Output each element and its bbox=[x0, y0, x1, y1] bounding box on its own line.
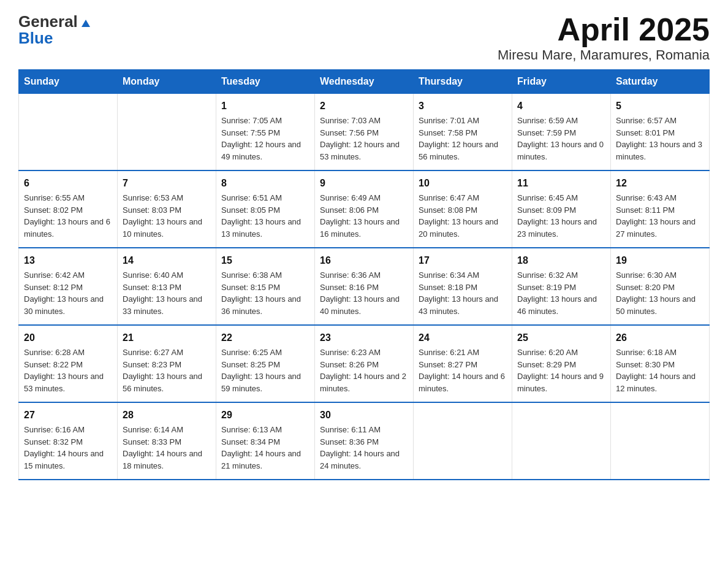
calendar-cell bbox=[414, 402, 512, 480]
calendar-cell: 11Sunrise: 6:45 AMSunset: 8:09 PMDayligh… bbox=[512, 170, 611, 248]
calendar-cell: 14Sunrise: 6:40 AMSunset: 8:13 PMDayligh… bbox=[118, 248, 216, 325]
svg-marker-0 bbox=[82, 20, 90, 27]
day-info: Sunrise: 6:34 AMSunset: 8:18 PMDaylight:… bbox=[419, 269, 507, 317]
weekday-header-wednesday: Wednesday bbox=[315, 70, 414, 94]
weekday-header-friday: Friday bbox=[512, 70, 611, 94]
calendar-cell: 19Sunrise: 6:30 AMSunset: 8:20 PMDayligh… bbox=[611, 248, 710, 325]
day-info: Sunrise: 7:03 AMSunset: 7:56 PMDaylight:… bbox=[320, 115, 408, 163]
day-info: Sunrise: 6:18 AMSunset: 8:30 PMDaylight:… bbox=[616, 347, 704, 394]
logo-triangle-icon bbox=[79, 16, 93, 29]
day-info: Sunrise: 6:47 AMSunset: 8:08 PMDaylight:… bbox=[419, 192, 507, 240]
calendar-cell bbox=[118, 94, 216, 171]
day-number: 27 bbox=[24, 408, 112, 423]
week-row-4: 27Sunrise: 6:16 AMSunset: 8:32 PMDayligh… bbox=[19, 402, 710, 480]
calendar-cell: 4Sunrise: 6:59 AMSunset: 7:59 PMDaylight… bbox=[512, 94, 611, 171]
calendar-cell: 13Sunrise: 6:42 AMSunset: 8:12 PMDayligh… bbox=[19, 248, 118, 325]
day-number: 8 bbox=[221, 176, 309, 191]
calendar-cell: 10Sunrise: 6:47 AMSunset: 8:08 PMDayligh… bbox=[414, 170, 512, 248]
day-info: Sunrise: 6:57 AMSunset: 8:01 PMDaylight:… bbox=[616, 115, 704, 163]
calendar-cell: 1Sunrise: 7:05 AMSunset: 7:55 PMDaylight… bbox=[216, 94, 315, 171]
day-number: 23 bbox=[320, 331, 408, 345]
weekday-header-row: SundayMondayTuesdayWednesdayThursdayFrid… bbox=[19, 70, 710, 94]
day-info: Sunrise: 6:36 AMSunset: 8:16 PMDaylight:… bbox=[320, 269, 408, 317]
day-info: Sunrise: 7:05 AMSunset: 7:55 PMDaylight:… bbox=[221, 115, 309, 163]
day-number: 17 bbox=[419, 253, 507, 268]
calendar-cell: 26Sunrise: 6:18 AMSunset: 8:30 PMDayligh… bbox=[611, 325, 710, 402]
calendar-cell: 9Sunrise: 6:49 AMSunset: 8:06 PMDaylight… bbox=[315, 170, 414, 248]
calendar-cell: 28Sunrise: 6:14 AMSunset: 8:33 PMDayligh… bbox=[118, 402, 216, 480]
logo-blue-text: Blue bbox=[18, 29, 53, 48]
day-number: 19 bbox=[616, 253, 704, 268]
day-info: Sunrise: 6:30 AMSunset: 8:20 PMDaylight:… bbox=[616, 269, 704, 317]
day-number: 4 bbox=[517, 99, 605, 113]
calendar-cell: 3Sunrise: 7:01 AMSunset: 7:58 PMDaylight… bbox=[414, 94, 512, 171]
day-number: 26 bbox=[616, 331, 704, 345]
week-row-0: 1Sunrise: 7:05 AMSunset: 7:55 PMDaylight… bbox=[19, 94, 710, 171]
page-subtitle: Miresu Mare, Maramures, Romania bbox=[498, 47, 710, 63]
week-row-2: 13Sunrise: 6:42 AMSunset: 8:12 PMDayligh… bbox=[19, 248, 710, 325]
calendar-cell: 27Sunrise: 6:16 AMSunset: 8:32 PMDayligh… bbox=[19, 402, 118, 480]
weekday-header-saturday: Saturday bbox=[611, 70, 710, 94]
calendar-cell: 29Sunrise: 6:13 AMSunset: 8:34 PMDayligh… bbox=[216, 402, 315, 480]
day-number: 10 bbox=[419, 176, 507, 191]
calendar-table: SundayMondayTuesdayWednesdayThursdayFrid… bbox=[18, 69, 710, 480]
day-info: Sunrise: 6:25 AMSunset: 8:25 PMDaylight:… bbox=[221, 347, 309, 394]
day-number: 20 bbox=[24, 331, 112, 345]
day-number: 12 bbox=[616, 176, 704, 191]
calendar-cell: 23Sunrise: 6:23 AMSunset: 8:26 PMDayligh… bbox=[315, 325, 414, 402]
calendar-cell: 25Sunrise: 6:20 AMSunset: 8:29 PMDayligh… bbox=[512, 325, 611, 402]
day-info: Sunrise: 6:13 AMSunset: 8:34 PMDaylight:… bbox=[221, 424, 309, 472]
day-info: Sunrise: 6:53 AMSunset: 8:03 PMDaylight:… bbox=[123, 192, 211, 240]
day-number: 29 bbox=[221, 408, 309, 423]
calendar-cell: 5Sunrise: 6:57 AMSunset: 8:01 PMDaylight… bbox=[611, 94, 710, 171]
calendar-cell: 7Sunrise: 6:53 AMSunset: 8:03 PMDaylight… bbox=[118, 170, 216, 248]
calendar-cell: 30Sunrise: 6:11 AMSunset: 8:36 PMDayligh… bbox=[315, 402, 414, 480]
day-number: 7 bbox=[123, 176, 211, 191]
day-number: 13 bbox=[24, 253, 112, 268]
logo: General Blue bbox=[18, 12, 93, 48]
weekday-header-thursday: Thursday bbox=[414, 70, 512, 94]
page-header: General Blue April 2025 Miresu Mare, Mar… bbox=[18, 12, 710, 63]
week-row-3: 20Sunrise: 6:28 AMSunset: 8:22 PMDayligh… bbox=[19, 325, 710, 402]
day-number: 14 bbox=[123, 253, 211, 268]
day-number: 28 bbox=[123, 408, 211, 423]
day-info: Sunrise: 6:40 AMSunset: 8:13 PMDaylight:… bbox=[123, 269, 211, 317]
day-info: Sunrise: 6:23 AMSunset: 8:26 PMDaylight:… bbox=[320, 347, 408, 394]
title-block: April 2025 Miresu Mare, Maramures, Roman… bbox=[498, 12, 710, 63]
day-number: 18 bbox=[517, 253, 605, 268]
day-info: Sunrise: 6:28 AMSunset: 8:22 PMDaylight:… bbox=[24, 347, 112, 394]
day-number: 15 bbox=[221, 253, 309, 268]
calendar-cell: 24Sunrise: 6:21 AMSunset: 8:27 PMDayligh… bbox=[414, 325, 512, 402]
calendar-cell: 16Sunrise: 6:36 AMSunset: 8:16 PMDayligh… bbox=[315, 248, 414, 325]
calendar-cell: 8Sunrise: 6:51 AMSunset: 8:05 PMDaylight… bbox=[216, 170, 315, 248]
calendar-body: 1Sunrise: 7:05 AMSunset: 7:55 PMDaylight… bbox=[19, 94, 710, 480]
day-info: Sunrise: 6:43 AMSunset: 8:11 PMDaylight:… bbox=[616, 192, 704, 240]
day-number: 1 bbox=[221, 99, 309, 113]
calendar-cell: 21Sunrise: 6:27 AMSunset: 8:23 PMDayligh… bbox=[118, 325, 216, 402]
day-number: 16 bbox=[320, 253, 408, 268]
day-number: 22 bbox=[221, 331, 309, 345]
day-info: Sunrise: 6:51 AMSunset: 8:05 PMDaylight:… bbox=[221, 192, 309, 240]
day-info: Sunrise: 6:16 AMSunset: 8:32 PMDaylight:… bbox=[24, 424, 112, 472]
calendar-cell: 15Sunrise: 6:38 AMSunset: 8:15 PMDayligh… bbox=[216, 248, 315, 325]
page-title: April 2025 bbox=[498, 12, 710, 47]
day-number: 21 bbox=[123, 331, 211, 345]
day-info: Sunrise: 6:59 AMSunset: 7:59 PMDaylight:… bbox=[517, 115, 605, 163]
weekday-header-sunday: Sunday bbox=[19, 70, 118, 94]
calendar-header: SundayMondayTuesdayWednesdayThursdayFrid… bbox=[19, 70, 710, 94]
calendar-cell bbox=[19, 94, 118, 171]
day-info: Sunrise: 6:45 AMSunset: 8:09 PMDaylight:… bbox=[517, 192, 605, 240]
day-number: 2 bbox=[320, 99, 408, 113]
day-number: 24 bbox=[419, 331, 507, 345]
day-info: Sunrise: 6:55 AMSunset: 8:02 PMDaylight:… bbox=[24, 192, 112, 240]
calendar-cell: 12Sunrise: 6:43 AMSunset: 8:11 PMDayligh… bbox=[611, 170, 710, 248]
calendar-cell: 17Sunrise: 6:34 AMSunset: 8:18 PMDayligh… bbox=[414, 248, 512, 325]
day-number: 9 bbox=[320, 176, 408, 191]
weekday-header-tuesday: Tuesday bbox=[216, 70, 315, 94]
weekday-header-monday: Monday bbox=[118, 70, 216, 94]
day-number: 11 bbox=[517, 176, 605, 191]
day-info: Sunrise: 6:49 AMSunset: 8:06 PMDaylight:… bbox=[320, 192, 408, 240]
calendar-cell bbox=[512, 402, 611, 480]
day-info: Sunrise: 6:14 AMSunset: 8:33 PMDaylight:… bbox=[123, 424, 211, 472]
day-info: Sunrise: 6:38 AMSunset: 8:15 PMDaylight:… bbox=[221, 269, 309, 317]
